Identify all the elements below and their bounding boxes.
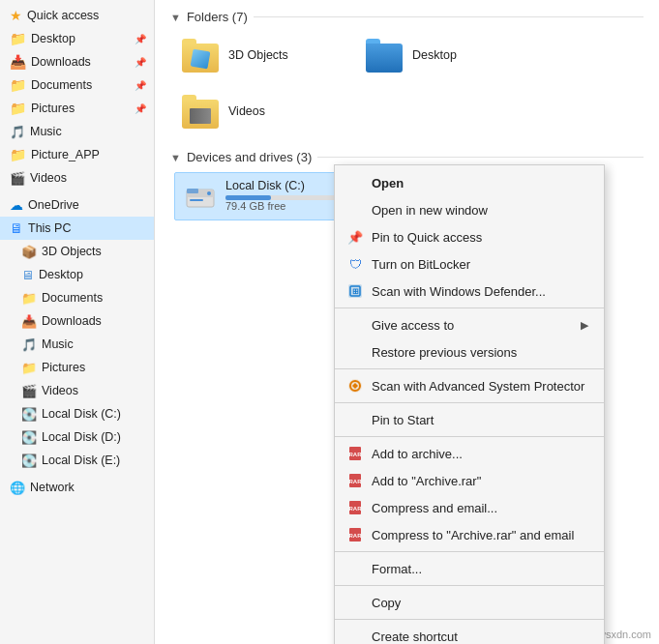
svg-text:RAR: RAR (349, 479, 363, 484)
sidebar-item-local-d[interactable]: 💽 Local Disk (D:) (0, 425, 154, 449)
ctx-label-open: Open (372, 176, 404, 190)
sidebar-item-this-pc[interactable]: 🖥 This PC (0, 217, 154, 240)
main-content: ▼ Folders (7) 3D Objects Desktop (155, 0, 659, 644)
folder-item-3d-objects[interactable]: 3D Objects (174, 32, 348, 78)
ctx-rar3-icon: RAR (346, 499, 364, 516)
sidebar-item-local-c[interactable]: 💽 Local Disk (C:) (0, 402, 154, 425)
ctx-rar-icon: RAR (346, 445, 364, 462)
ctx-pin-start-icon (346, 411, 364, 428)
sidebar-item-label: Network (30, 481, 75, 494)
ctx-label-compress-email: Compress and email... (372, 501, 497, 515)
sidebar-item-label: Pictures (42, 361, 85, 374)
sidebar-item-label: Downloads (31, 55, 91, 69)
sidebar-item-network[interactable]: 🌐 Network (0, 476, 154, 499)
sidebar-item-label: Music (30, 125, 62, 138)
sidebar-item-label: This PC (28, 221, 71, 235)
ctx-copy-icon (346, 594, 364, 611)
ctx-shield-icon: 🛡 (346, 255, 364, 273)
context-menu: Open Open in new window 📌 Pin to Quick a… (334, 164, 605, 644)
sidebar-item-desktop-qa[interactable]: 📁 Desktop 📌 (0, 27, 154, 50)
sidebar-item-videos-pc[interactable]: 🎬 Videos (0, 379, 154, 402)
ctx-item-compress-email[interactable]: RAR Compress and email... (335, 494, 604, 521)
ctx-label-open-new-window: Open in new window (372, 203, 488, 218)
network-icon: 🌐 (10, 481, 25, 495)
ctx-rar2-icon: RAR (346, 472, 364, 489)
ctx-item-bitlocker[interactable]: 🛡 Turn on BitLocker (335, 250, 604, 278)
desktop-folder-icon: 🖥 (21, 268, 34, 282)
sidebar-item-documents-pc[interactable]: 📁 Documents (0, 286, 154, 309)
svg-text:RAR: RAR (349, 506, 363, 512)
sidebar-item-videos-qa[interactable]: 🎬 Videos (0, 166, 154, 190)
sidebar-item-local-e[interactable]: 💽 Local Disk (E:) (0, 449, 154, 472)
folder-item-desktop[interactable]: Desktop (358, 32, 532, 78)
ctx-item-give-access[interactable]: Give access to ▶ (335, 311, 604, 338)
sidebar-item-label: Documents (42, 291, 103, 305)
ctx-label-pin-quick: Pin to Quick access (372, 230, 482, 245)
ctx-item-copy[interactable]: Copy (335, 589, 604, 616)
sidebar-item-documents-qa[interactable]: 📁 Documents 📌 (0, 73, 154, 97)
sidebar-item-label: Local Disk (C:) (42, 407, 121, 421)
folder-videos-icon (182, 94, 221, 129)
sidebar-item-label: Music (42, 337, 74, 351)
ctx-label-compress-rar-email: Compress to "Archive.rar" and email (372, 528, 574, 542)
folder-item-videos[interactable]: Videos (174, 88, 348, 134)
ctx-label-add-archive-rar: Add to "Archive.rar" (372, 474, 481, 488)
sidebar-item-pictures-qa[interactable]: 📁 Pictures 📌 (0, 97, 154, 120)
folder-3d-icon: 📦 (21, 245, 37, 259)
ctx-new-window-icon (346, 201, 364, 219)
ctx-open-icon (346, 174, 364, 191)
folder-label-3d: 3D Objects (228, 48, 288, 62)
ctx-item-restore-prev[interactable]: Restore previous versions (335, 338, 604, 366)
ctx-label-windows-defender: Scan with Windows Defender... (372, 284, 546, 299)
sidebar-item-onedrive[interactable]: ☁ OneDrive (0, 193, 154, 217)
ctx-format-icon (346, 560, 364, 577)
ctx-item-pin-start[interactable]: Pin to Start (335, 406, 604, 433)
sidebar-item-label: Picture_APP (31, 148, 100, 161)
ctx-label-asp: Scan with Advanced System Protector (372, 379, 584, 394)
sidebar-item-3d-objects[interactable]: 📦 3D Objects (0, 240, 154, 263)
ctx-item-add-archive-rar[interactable]: RAR Add to "Archive.rar" (335, 467, 604, 494)
ctx-item-add-archive[interactable]: RAR Add to archive... (335, 440, 604, 467)
ctx-item-create-shortcut[interactable]: Create shortcut (335, 623, 604, 644)
sidebar-item-picture-app[interactable]: 📁 Picture_APP (0, 143, 154, 166)
sidebar-item-music-qa[interactable]: 🎵 Music (0, 120, 154, 143)
sidebar-item-quick-access[interactable]: ★ Quick access (0, 4, 154, 27)
music-icon: 🎵 (10, 125, 25, 139)
ctx-item-asp[interactable]: Scan with Advanced System Protector (335, 372, 604, 399)
sidebar-item-label: Local Disk (D:) (42, 430, 121, 444)
ctx-separator-5 (335, 551, 604, 552)
ctx-item-windows-defender[interactable]: ⊞ Scan with Windows Defender... (335, 278, 604, 305)
folder-icon: 📁 (21, 291, 37, 306)
sidebar-item-music-pc[interactable]: 🎵 Music (0, 333, 154, 356)
onedrive-icon: ☁ (10, 197, 23, 213)
ctx-label-bitlocker: Turn on BitLocker (372, 257, 470, 272)
ctx-restore-icon (346, 343, 364, 361)
folder-label-videos: Videos (228, 104, 265, 118)
ctx-defender-icon: ⊞ (346, 282, 364, 300)
sidebar-item-downloads-qa[interactable]: 📥 Downloads 📌 (0, 50, 154, 73)
ctx-separator-2 (335, 368, 604, 369)
folder-icon: 📁 (10, 147, 26, 162)
sidebar-item-desktop-pc[interactable]: 🖥 Desktop (0, 263, 154, 286)
ctx-item-format[interactable]: Format... (335, 555, 604, 582)
sidebar-item-downloads-pc[interactable]: 📥 Downloads (0, 309, 154, 333)
ctx-item-open-new-window[interactable]: Open in new window (335, 196, 604, 223)
svg-point-2 (207, 191, 211, 195)
drive-item-local-c[interactable]: Local Disk (C:) 79.4 GB free (174, 172, 348, 220)
svg-rect-4 (187, 189, 198, 193)
ctx-item-pin-quick[interactable]: 📌 Pin to Quick access (335, 223, 604, 250)
ctx-label-pin-start: Pin to Start (372, 413, 434, 427)
drive-c-space: 79.4 GB free (225, 200, 340, 212)
sidebar-item-label: 3D Objects (42, 245, 102, 258)
music-icon: 🎵 (21, 337, 37, 352)
chevron-down-icon: ▼ (170, 12, 181, 23)
sidebar-item-pictures-pc[interactable]: 📁 Pictures (0, 356, 154, 379)
ctx-separator-1 (335, 307, 604, 308)
ctx-item-compress-rar-email[interactable]: RAR Compress to "Archive.rar" and email (335, 521, 604, 548)
folder-icon: 📁 (10, 31, 26, 46)
sidebar-item-label: Pictures (31, 102, 75, 115)
ctx-access-icon (346, 316, 364, 334)
ctx-item-open[interactable]: Open (335, 169, 604, 196)
svg-rect-3 (190, 199, 203, 201)
sidebar-item-label: Local Disk (E:) (42, 454, 120, 467)
